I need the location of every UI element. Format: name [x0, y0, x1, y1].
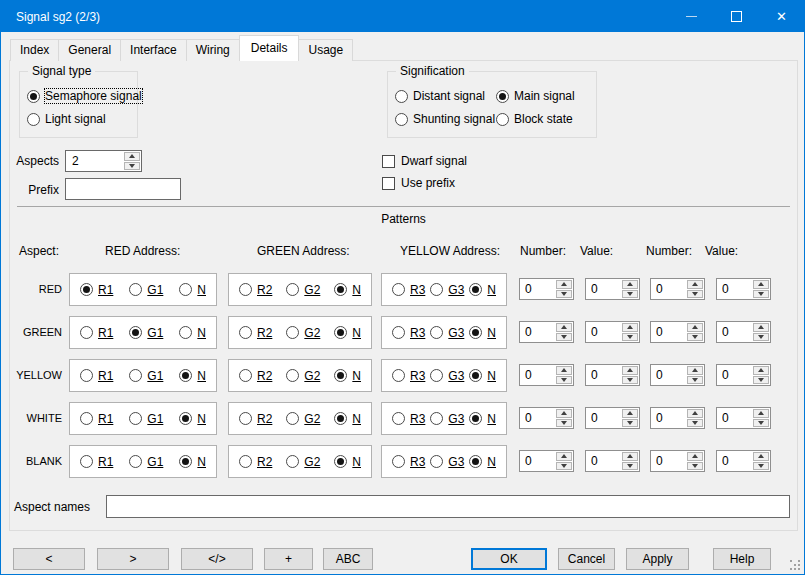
spin-down-button[interactable] — [687, 462, 703, 471]
spin-up-button[interactable] — [687, 280, 703, 289]
maximize-button[interactable] — [714, 1, 759, 32]
radio-green-r3-3[interactable]: R3 — [392, 326, 425, 340]
radio-green-g1-1[interactable]: G1 — [129, 326, 163, 340]
spin-down-button[interactable] — [622, 462, 638, 471]
radio-yellow-g1-1[interactable]: G1 — [129, 369, 163, 383]
spinner-input[interactable] — [717, 322, 753, 342]
use-prefix-checkbox[interactable]: Use prefix — [382, 176, 455, 190]
radio-red-g1-1[interactable]: G1 — [129, 283, 163, 297]
spin-down-button[interactable] — [556, 290, 572, 299]
spin-down-button[interactable] — [753, 376, 769, 385]
spin-down-button[interactable] — [622, 376, 638, 385]
radio-red-g2-2[interactable]: G2 — [286, 283, 320, 297]
spin-down-button[interactable] — [622, 290, 638, 299]
radio-white-n-2[interactable]: N — [334, 412, 361, 426]
ok-button[interactable]: OK — [471, 548, 547, 570]
radio-yellow-g2-2[interactable]: G2 — [286, 369, 320, 383]
spin-up-button[interactable] — [622, 366, 638, 375]
radio-semaphore-signal[interactable]: Semaphore signal — [27, 89, 142, 103]
radio-red-n-1[interactable]: N — [179, 283, 206, 297]
spin-up-button[interactable] — [622, 280, 638, 289]
spinner-input[interactable] — [520, 365, 556, 385]
radio-red-n-2[interactable]: N — [334, 283, 361, 297]
radio-green-g2-2[interactable]: G2 — [286, 326, 320, 340]
next-button[interactable]: > — [97, 548, 169, 570]
radio-blank-r3-3[interactable]: R3 — [392, 455, 425, 469]
radio-blank-g3-3[interactable]: G3 — [430, 455, 464, 469]
radio-yellow-r1-1[interactable]: R1 — [80, 369, 113, 383]
spin-down-button[interactable] — [622, 419, 638, 428]
radio-white-r3-3[interactable]: R3 — [392, 412, 425, 426]
radio-red-r2-2[interactable]: R2 — [239, 283, 272, 297]
spin-up-button[interactable] — [753, 280, 769, 289]
radio-yellow-r3-3[interactable]: R3 — [392, 369, 425, 383]
radio-red-r1-1[interactable]: R1 — [80, 283, 113, 297]
minimize-button[interactable] — [669, 1, 714, 32]
radio-blank-g1-1[interactable]: G1 — [129, 455, 163, 469]
radio-white-n-1[interactable]: N — [179, 412, 206, 426]
spin-down-button[interactable] — [753, 333, 769, 342]
spin-down-button[interactable] — [556, 462, 572, 471]
cancel-button[interactable]: Cancel — [558, 548, 615, 570]
tab-index[interactable]: Index — [10, 39, 59, 61]
abc-button[interactable]: ABC — [323, 548, 373, 570]
dwarf-signal-checkbox[interactable]: Dwarf signal — [382, 154, 467, 168]
radio-yellow-g3-3[interactable]: G3 — [430, 369, 464, 383]
radio-white-n-3[interactable]: N — [469, 412, 496, 426]
radio-white-g1-1[interactable]: G1 — [129, 412, 163, 426]
spin-up-button[interactable] — [622, 323, 638, 332]
radio-distant-signal[interactable]: Distant signal — [395, 89, 496, 103]
spin-down-button[interactable] — [556, 376, 572, 385]
radio-yellow-n-2[interactable]: N — [334, 369, 361, 383]
tab-details[interactable]: Details — [239, 35, 300, 61]
spin-up-button[interactable] — [753, 366, 769, 375]
spin-down-button[interactable] — [753, 290, 769, 299]
spinner-input[interactable] — [586, 408, 622, 428]
spin-down-button[interactable] — [687, 419, 703, 428]
spin-up-button[interactable] — [556, 323, 572, 332]
spinner-input[interactable] — [520, 322, 556, 342]
radio-green-n-2[interactable]: N — [334, 326, 361, 340]
spin-up-button[interactable] — [687, 452, 703, 461]
spin-down-button[interactable] — [687, 333, 703, 342]
spin-up-button[interactable] — [753, 409, 769, 418]
tab-general[interactable]: General — [58, 39, 121, 61]
prefix-input[interactable] — [66, 179, 180, 199]
spin-down-button[interactable] — [556, 419, 572, 428]
spin-down-button[interactable] — [622, 333, 638, 342]
radio-blank-n-2[interactable]: N — [334, 455, 361, 469]
spin-up-button[interactable] — [556, 366, 572, 375]
spinner-input[interactable] — [520, 451, 556, 471]
spin-up-button[interactable] — [556, 452, 572, 461]
spin-up-button[interactable] — [622, 452, 638, 461]
radio-shunting-signal[interactable]: Shunting signal — [395, 112, 496, 126]
spinner-input[interactable] — [717, 408, 753, 428]
radio-yellow-r2-2[interactable]: R2 — [239, 369, 272, 383]
radio-yellow-n-1[interactable]: N — [179, 369, 206, 383]
radio-red-n-3[interactable]: N — [469, 283, 496, 297]
spinner-input[interactable] — [586, 365, 622, 385]
spinner-input[interactable] — [520, 279, 556, 299]
radio-white-r2-2[interactable]: R2 — [239, 412, 272, 426]
tab-wiring[interactable]: Wiring — [186, 39, 240, 61]
spin-up-button[interactable] — [556, 409, 572, 418]
add-button[interactable]: + — [264, 548, 313, 570]
spin-up-button[interactable] — [622, 409, 638, 418]
tab-usage[interactable]: Usage — [298, 39, 353, 61]
spin-down-button[interactable] — [556, 333, 572, 342]
spinner-input[interactable] — [651, 322, 687, 342]
radio-blank-r1-1[interactable]: R1 — [80, 455, 113, 469]
spin-down-button[interactable] — [687, 376, 703, 385]
spinner-input[interactable] — [717, 365, 753, 385]
spin-up-button[interactable] — [556, 280, 572, 289]
spin-down-button[interactable] — [753, 419, 769, 428]
spin-up-button[interactable] — [687, 409, 703, 418]
spinner-input[interactable] — [586, 322, 622, 342]
spinner-input[interactable] — [651, 365, 687, 385]
close-button[interactable]: ✕ — [759, 1, 804, 32]
radio-light-signal[interactable]: Light signal — [27, 112, 142, 126]
aspects-spin-down-button[interactable] — [124, 162, 140, 171]
aspect-names-input[interactable] — [107, 496, 789, 517]
radio-blank-g2-2[interactable]: G2 — [286, 455, 320, 469]
spinner-input[interactable] — [520, 408, 556, 428]
